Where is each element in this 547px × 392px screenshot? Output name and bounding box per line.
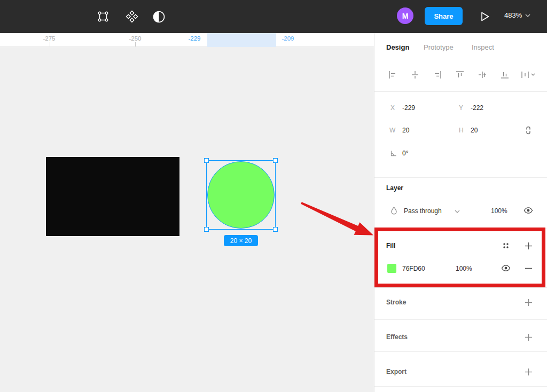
present-play-icon[interactable]	[479, 10, 491, 23]
components-icon[interactable]	[126, 10, 138, 23]
chevron-down-icon	[525, 14, 530, 17]
zoom-level-control[interactable]: 483%	[504, 11, 530, 19]
align-horizontal-center-icon[interactable]	[409, 68, 421, 81]
tab-inspect[interactable]: Inspect	[472, 43, 494, 51]
effects-heading: Effects	[386, 333, 408, 341]
align-vertical-center-icon[interactable]	[476, 68, 489, 81]
zoom-level-value: 483%	[504, 11, 522, 19]
align-left-icon[interactable]	[386, 68, 399, 81]
layer-visibility-eye-icon[interactable]	[522, 204, 535, 217]
resize-handle-bottom-right[interactable]	[273, 227, 278, 232]
ruler-tick-label: -250	[129, 35, 141, 42]
x-label: X	[390, 104, 395, 112]
constrain-proportions-icon[interactable]	[522, 124, 535, 137]
share-button[interactable]: Share	[425, 7, 463, 25]
divider	[374, 319, 547, 320]
frame-tool-icon[interactable]	[97, 10, 110, 23]
chevron-down-icon[interactable]	[455, 210, 460, 213]
resize-handle-top-left[interactable]	[204, 158, 209, 163]
divider	[374, 229, 547, 229]
height-label: H	[459, 127, 464, 134]
fill-color-swatch[interactable]	[387, 264, 396, 273]
selection-size-badge: 20 × 20	[224, 235, 258, 246]
x-value[interactable]: -229	[402, 104, 415, 112]
tab-design[interactable]: Design	[386, 43, 409, 51]
blend-mode-value[interactable]: Pass through	[404, 207, 442, 215]
canvas[interactable]: 20 × 20	[0, 47, 374, 392]
black-rectangle-shape[interactable]	[46, 157, 179, 236]
theme-contrast-icon[interactable]	[152, 10, 165, 23]
width-value[interactable]: 20	[402, 127, 409, 134]
y-value[interactable]: -222	[471, 104, 483, 112]
divider	[374, 91, 547, 92]
ruler-tick	[50, 42, 50, 46]
add-fill-plus-icon[interactable]	[522, 239, 535, 252]
ruler-tick-label: -275	[43, 35, 55, 42]
fill-opacity-value[interactable]: 100%	[456, 265, 472, 272]
add-export-plus-icon[interactable]	[522, 365, 535, 378]
ruler-selection-start-label: -229	[188, 35, 200, 42]
alignment-toolbar	[374, 59, 547, 91]
align-bottom-icon[interactable]	[498, 68, 511, 81]
width-label: W	[389, 127, 395, 134]
align-right-icon[interactable]	[431, 68, 444, 81]
color-styles-icon[interactable]	[499, 239, 512, 252]
layer-heading: Layer	[386, 184, 403, 192]
add-effect-plus-icon[interactable]	[522, 331, 535, 343]
fill-heading: Fill	[386, 242, 395, 249]
green-ellipse-shape[interactable]	[207, 161, 275, 229]
avatar[interactable]: M	[397, 7, 413, 24]
top-toolbar: M Share 483%	[0, 0, 547, 33]
y-label: Y	[459, 104, 463, 112]
divider	[374, 351, 547, 352]
stroke-heading: Stroke	[386, 299, 406, 306]
fill-hex-value[interactable]: 76FD60	[402, 265, 425, 272]
blend-mode-icon	[387, 204, 400, 217]
layer-opacity-value[interactable]: 100%	[491, 207, 507, 215]
divider	[374, 386, 547, 387]
horizontal-ruler: -275 -250 -229 -209	[0, 33, 374, 47]
fill-visibility-eye-icon[interactable]	[499, 262, 512, 275]
ruler-selection-highlight	[207, 33, 276, 47]
export-heading: Export	[386, 368, 407, 375]
divider	[374, 287, 547, 288]
remove-fill-minus-icon[interactable]	[522, 262, 535, 275]
design-panel: Design Prototype Inspect X -229 Y	[374, 33, 547, 392]
add-stroke-plus-icon[interactable]	[522, 296, 535, 309]
panel-tabs: Design Prototype Inspect	[374, 33, 547, 59]
tab-prototype[interactable]: Prototype	[424, 43, 454, 51]
resize-handle-bottom-left[interactable]	[204, 227, 209, 232]
rotation-value[interactable]: 0°	[402, 150, 408, 157]
distribute-spacing-icon[interactable]	[520, 68, 537, 81]
selection-bounding-box[interactable]	[206, 160, 276, 230]
resize-handle-top-right[interactable]	[273, 158, 278, 163]
ruler-tick	[135, 42, 136, 46]
ruler-selection-end-label: -209	[282, 35, 294, 42]
height-value[interactable]: 20	[471, 127, 478, 134]
rotation-angle-icon	[387, 147, 400, 160]
divider	[374, 177, 547, 178]
align-top-icon[interactable]	[454, 68, 466, 81]
